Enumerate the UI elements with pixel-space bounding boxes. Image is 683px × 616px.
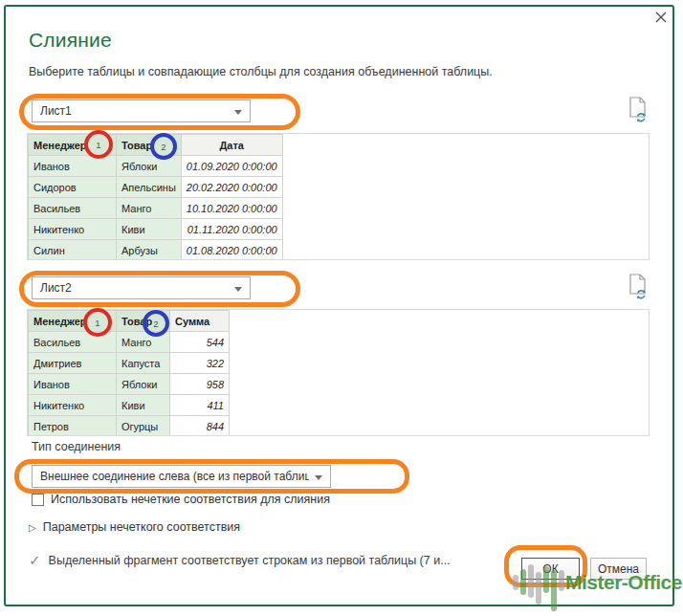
table-row: Иванов Яблоки 958 bbox=[29, 374, 230, 395]
cell: Яблоки bbox=[117, 374, 170, 395]
cell: Силин bbox=[29, 240, 117, 261]
chevron-down-icon bbox=[315, 475, 322, 480]
chevron-down-icon bbox=[234, 110, 242, 115]
table2: Менеджер Товар Сумма Васильев Манго 544 … bbox=[28, 310, 230, 436]
fuzzy-options-expander[interactable]: ▷ Параметры нечеткого соответствия bbox=[29, 520, 240, 534]
table1-header-manager[interactable]: Менеджер bbox=[29, 135, 117, 156]
cancel-button[interactable]: Отмена bbox=[590, 558, 647, 580]
table2-select-value: Лист2 bbox=[40, 281, 72, 295]
join-type-select[interactable]: Внешнее соединение слева (все из первой … bbox=[32, 465, 331, 488]
ok-button[interactable]: ОК bbox=[521, 558, 580, 580]
cell: 01.08.2020 0:00:00 bbox=[181, 240, 282, 261]
cell: Васильев bbox=[29, 198, 117, 219]
refresh-preview-icon[interactable] bbox=[627, 273, 650, 305]
cell: Иванов bbox=[29, 156, 117, 177]
cell: Никитенко bbox=[29, 395, 117, 416]
cell: 20.02.2020 0:00:00 bbox=[181, 177, 282, 198]
table2-select[interactable]: Лист2 bbox=[32, 276, 251, 299]
table1-header-product[interactable]: Товар bbox=[117, 135, 182, 156]
cell: Киви bbox=[117, 395, 170, 416]
cell: Огурцы bbox=[117, 416, 170, 437]
fuzzy-checkbox-label: Использовать нечеткие соответствия для с… bbox=[51, 493, 330, 506]
cell: 10.10.2020 0:00:00 bbox=[181, 198, 282, 219]
cell: Капуста bbox=[117, 353, 170, 374]
status-text: Выделенный фрагмент соответствует строка… bbox=[49, 552, 451, 569]
join-type-value: Внешнее соединение слева (все из первой … bbox=[40, 470, 309, 483]
cell: 544 bbox=[170, 332, 230, 353]
table-row: Дмитриев Капуста 322 bbox=[29, 353, 230, 374]
table1-select-value: Лист1 bbox=[40, 104, 72, 118]
refresh-preview-icon[interactable] bbox=[627, 96, 650, 128]
cell: Манго bbox=[117, 332, 170, 353]
chevron-down-icon bbox=[234, 287, 242, 292]
table1-select[interactable]: Лист1 bbox=[32, 99, 251, 122]
table-row: Никитенко Киви 01.11.2020 0:00:00 bbox=[29, 219, 283, 240]
join-type-label: Тип соединения bbox=[32, 440, 121, 453]
fuzzy-options-label: Параметры нечеткого соответствия bbox=[43, 520, 240, 534]
table-row: Силин Арбузы 01.08.2020 0:00:00 bbox=[29, 240, 283, 261]
table1-preview-panel: Менеджер Товар Дата Иванов Яблоки 01.09.… bbox=[27, 133, 650, 260]
table-row: Иванов Яблоки 01.09.2020 0:00:00 bbox=[29, 156, 283, 177]
table-row: Васильев Манго 10.10.2020 0:00:00 bbox=[29, 198, 283, 219]
table-row: Васильев Манго 544 bbox=[29, 332, 230, 353]
expander-triangle-icon: ▷ bbox=[29, 522, 36, 533]
table-row: Сидоров Апельсины 20.02.2020 0:00:00 bbox=[29, 177, 283, 198]
dialog-title: Слияние bbox=[29, 29, 112, 52]
dialog-subtitle: Выберите таблицы и совпадающие столбцы д… bbox=[29, 65, 493, 78]
table2-header-sum[interactable]: Сумма bbox=[170, 311, 230, 332]
cell: Дмитриев bbox=[29, 353, 117, 374]
cell: Киви bbox=[117, 219, 182, 240]
status-row: ✓ Выделенный фрагмент соответствует стро… bbox=[29, 552, 451, 569]
dialog-frame bbox=[4, 5, 674, 606]
fuzzy-checkbox-row: Использовать нечеткие соответствия для с… bbox=[32, 493, 330, 506]
cell: 01.11.2020 0:00:00 bbox=[181, 219, 282, 240]
table1-header-date[interactable]: Дата bbox=[181, 135, 282, 156]
cell: Васильев bbox=[29, 332, 117, 353]
table-row: Никитенко Киви 411 bbox=[29, 395, 230, 416]
cell: 411 bbox=[170, 395, 230, 416]
merge-dialog: Слияние Выберите таблицы и совпадающие с… bbox=[0, 0, 683, 616]
cell: 01.09.2020 0:00:00 bbox=[181, 156, 282, 177]
cell: Яблоки bbox=[117, 156, 182, 177]
fuzzy-checkbox[interactable] bbox=[32, 494, 44, 506]
table-row: Петров Огурцы 844 bbox=[29, 416, 230, 437]
cell: 844 bbox=[170, 416, 230, 437]
check-icon: ✓ bbox=[29, 552, 41, 569]
cell: Иванов bbox=[29, 374, 117, 395]
close-icon[interactable] bbox=[652, 9, 670, 26]
table1: Менеджер Товар Дата Иванов Яблоки 01.09.… bbox=[28, 134, 283, 260]
table2-header-manager[interactable]: Менеджер bbox=[29, 311, 117, 332]
table2-header-product[interactable]: Товар bbox=[117, 311, 170, 332]
cell: 958 bbox=[170, 374, 230, 395]
table2-preview-panel: Менеджер Товар Сумма Васильев Манго 544 … bbox=[27, 309, 650, 436]
cell: 322 bbox=[170, 353, 230, 374]
cell: Апельсины bbox=[117, 177, 182, 198]
cell: Никитенко bbox=[29, 219, 117, 240]
cell: Арбузы bbox=[117, 240, 182, 261]
cell: Манго bbox=[117, 198, 182, 219]
cell: Сидоров bbox=[29, 177, 117, 198]
cell: Петров bbox=[29, 416, 117, 437]
